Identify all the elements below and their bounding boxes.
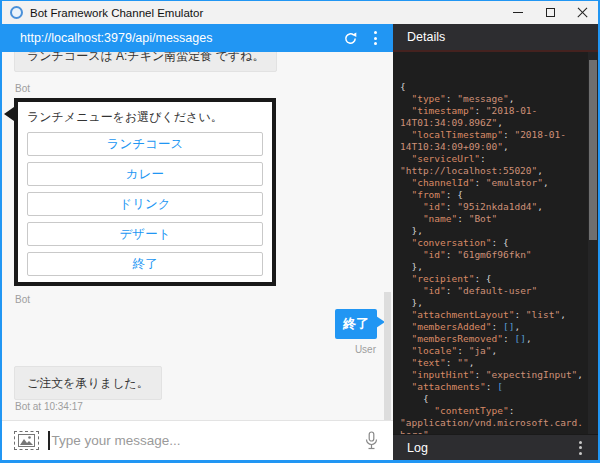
log-menu-button[interactable] <box>573 437 588 459</box>
bot-sender-label: Bot <box>15 294 30 305</box>
close-icon <box>577 7 588 18</box>
log-header[interactable]: Log <box>393 434 598 460</box>
json-line: "application/vnd.microsoft.card. <box>400 417 586 429</box>
json-line: "conversation": { <box>400 237 586 249</box>
json-line: "locale": "ja", <box>400 345 586 357</box>
title-bar: Bot Framework Channel Emulator <box>2 1 598 24</box>
message-input[interactable]: Type your message... <box>52 433 362 448</box>
endpoint-url-field[interactable]: http://localhost:3979/api/messages <box>20 31 338 45</box>
json-line: "id": "default-user" <box>400 285 586 297</box>
json-line: }, <box>400 297 586 309</box>
card-buttons: ランチコースカレードリンクデザート終了 <box>27 132 263 276</box>
message-composer: Type your message... <box>2 420 393 460</box>
json-line: "id": "61gm6f96fkn" <box>400 249 586 261</box>
bot-message-bubble: ランチコースは A:チキン南蛮定食 ですね。 <box>14 52 277 72</box>
bot-message-bubble: ご注文を承りました。 <box>14 366 162 400</box>
details-scrollbar[interactable] <box>589 60 597 240</box>
chat-scrollbar[interactable] <box>384 292 391 420</box>
json-line: "http://localhost:55020", <box>400 165 586 177</box>
json-line: "from": { <box>400 189 586 201</box>
user-message-text: 終了 <box>343 316 369 331</box>
reconnect-button[interactable] <box>338 26 362 50</box>
minimize-button[interactable] <box>502 1 534 24</box>
bot-timestamp-label: Bot at 10:34:17 <box>15 401 83 412</box>
card-button[interactable]: デザート <box>27 222 263 246</box>
details-scrollbar-track <box>588 52 598 434</box>
json-line: "channelId": "emulator", <box>400 177 586 189</box>
window-title: Bot Framework Channel Emulator <box>30 7 203 19</box>
chat-panel: http://localhost:3979/api/messages ランチコー… <box>2 24 393 460</box>
emulator-window: Bot Framework Channel Emulator http://lo… <box>0 0 600 463</box>
json-line: "recipient": { <box>400 273 586 285</box>
kebab-menu-icon <box>374 31 377 34</box>
json-line: "membersAdded": [], <box>400 321 586 333</box>
speech-button[interactable] <box>361 429 381 453</box>
log-title: Log <box>407 441 573 455</box>
bot-framework-logo-icon <box>10 6 23 19</box>
minimize-icon <box>513 12 523 14</box>
card-button[interactable]: ランチコース <box>27 132 263 156</box>
image-icon <box>18 434 35 447</box>
details-header: Details <box>393 24 598 52</box>
json-line: "text": "", <box>400 357 586 369</box>
json-line: "serviceUrl": <box>400 153 586 165</box>
json-line: "localTimestamp": "2018-01- <box>400 129 586 141</box>
window-controls <box>502 1 598 24</box>
inspector-panel: Details { "type": "message", "timestamp"… <box>393 24 598 460</box>
json-line: hero", <box>400 429 586 434</box>
card-button[interactable]: ドリンク <box>27 192 263 216</box>
json-line: 14T01:34:09.896Z", <box>400 117 586 129</box>
user-sender-label: User <box>355 344 376 355</box>
json-line: "contentType": <box>400 405 586 417</box>
user-message-bubble: 終了 <box>335 309 377 339</box>
maximize-button[interactable] <box>534 1 566 24</box>
json-line: }, <box>400 225 586 237</box>
kebab-menu-icon <box>579 441 582 444</box>
card-button[interactable]: 終了 <box>27 252 263 276</box>
conversation-area: ランチコースは A:チキン南蛮定食 ですね。 Bot ランチメニューをお選びくだ… <box>2 52 393 420</box>
microphone-icon <box>365 431 378 450</box>
activity-json-view: { "type": "message", "timestamp": "2018-… <box>393 52 598 434</box>
close-button[interactable] <box>566 1 598 24</box>
card-button[interactable]: カレー <box>27 162 263 186</box>
json-line: "attachmentLayout": "list", <box>400 309 586 321</box>
json-line: "type": "message", <box>400 93 586 105</box>
card-pointer <box>4 107 14 121</box>
refresh-icon <box>343 31 358 46</box>
json-line: 14T10:34:09+09:00", <box>400 141 586 153</box>
maximize-icon <box>546 8 555 17</box>
json-line: "inputHint": "expectingInput", <box>400 369 586 381</box>
json-line: "membersRemoved": [], <box>400 333 586 345</box>
card-prompt: ランチメニューをお選びください。 <box>27 108 263 126</box>
chat-menu-button[interactable] <box>368 27 383 49</box>
json-line: "id": "95i2nkda1dd4", <box>400 201 586 213</box>
json-line: { <box>400 81 586 93</box>
hero-card: ランチメニューをお選びください。 ランチコースカレードリンクデザート終了 <box>14 98 276 286</box>
json-code: { "type": "message", "timestamp": "2018-… <box>400 81 586 434</box>
json-line: "name": "Bot" <box>400 213 586 225</box>
text-caret <box>48 431 50 450</box>
address-bar: http://localhost:3979/api/messages <box>2 24 393 52</box>
upload-attachment-button[interactable] <box>14 431 39 450</box>
json-line: }, <box>400 261 586 273</box>
json-line: "attachments": [ <box>400 381 586 393</box>
json-line: { <box>400 393 586 405</box>
json-line: "timestamp": "2018-01- <box>400 105 586 117</box>
bot-sender-label: Bot <box>15 83 30 94</box>
